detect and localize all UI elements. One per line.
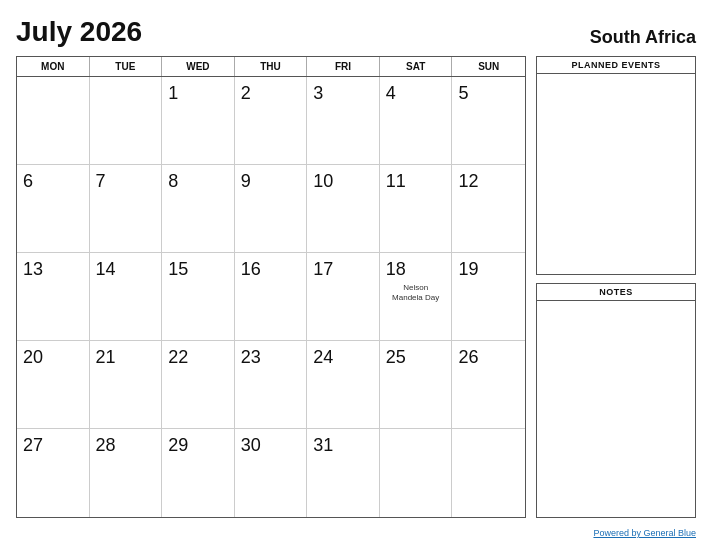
cal-cell — [380, 429, 453, 517]
cal-cell: 30 — [235, 429, 308, 517]
cal-cell: 7 — [90, 165, 163, 253]
day-number: 8 — [168, 171, 178, 193]
day-number: 25 — [386, 347, 406, 369]
cal-cell: 2 — [235, 77, 308, 165]
day-number: 28 — [96, 435, 116, 457]
cal-cell — [90, 77, 163, 165]
day-number: 17 — [313, 259, 333, 281]
cal-cell: 26 — [452, 341, 525, 429]
day-number: 12 — [458, 171, 478, 193]
planned-events-box: PLANNED EVENTS — [536, 56, 696, 275]
notes-content — [537, 301, 695, 517]
cal-cell: 15 — [162, 253, 235, 341]
day-number: 10 — [313, 171, 333, 193]
day-header-sun: SUN — [452, 57, 525, 76]
planned-events-content — [537, 74, 695, 274]
day-number: 18 — [386, 259, 406, 281]
cal-cell — [452, 429, 525, 517]
day-number: 30 — [241, 435, 261, 457]
cal-cell: 14 — [90, 253, 163, 341]
cal-cell: 27 — [17, 429, 90, 517]
day-number: 5 — [458, 83, 468, 105]
cal-cell: 5 — [452, 77, 525, 165]
cal-cell: 11 — [380, 165, 453, 253]
planned-events-title: PLANNED EVENTS — [537, 57, 695, 74]
day-number: 1 — [168, 83, 178, 105]
day-number: 20 — [23, 347, 43, 369]
calendar-grid-section: MONTUEWEDTHUFRISATSUN 123456789101112131… — [16, 56, 526, 518]
cal-cell: 9 — [235, 165, 308, 253]
cal-cell: 12 — [452, 165, 525, 253]
cal-cell: 28 — [90, 429, 163, 517]
cal-cell: 8 — [162, 165, 235, 253]
cal-cell: 4 — [380, 77, 453, 165]
cal-cell: 29 — [162, 429, 235, 517]
country-title: South Africa — [590, 27, 696, 48]
day-number: 9 — [241, 171, 251, 193]
day-number: 21 — [96, 347, 116, 369]
cal-cell: 23 — [235, 341, 308, 429]
day-headers-row: MONTUEWEDTHUFRISATSUN — [17, 57, 525, 77]
calendar-grid: 123456789101112131415161718Nelson Mandel… — [17, 77, 525, 517]
day-number: 13 — [23, 259, 43, 281]
cal-cell: 10 — [307, 165, 380, 253]
day-number: 14 — [96, 259, 116, 281]
cal-cell: 6 — [17, 165, 90, 253]
footer: Powered by General Blue — [16, 522, 696, 540]
notes-title: NOTES — [537, 284, 695, 301]
day-number: 2 — [241, 83, 251, 105]
day-number: 4 — [386, 83, 396, 105]
day-header-mon: MON — [17, 57, 90, 76]
cal-cell: 20 — [17, 341, 90, 429]
powered-by-link[interactable]: Powered by General Blue — [593, 528, 696, 538]
day-number: 23 — [241, 347, 261, 369]
cal-cell: 17 — [307, 253, 380, 341]
day-number: 26 — [458, 347, 478, 369]
cal-cell: 22 — [162, 341, 235, 429]
cal-cell: 31 — [307, 429, 380, 517]
day-number: 11 — [386, 171, 406, 193]
day-number: 27 — [23, 435, 43, 457]
day-number: 16 — [241, 259, 261, 281]
cal-cell: 21 — [90, 341, 163, 429]
day-number: 6 — [23, 171, 33, 193]
month-year-title: July 2026 — [16, 16, 142, 48]
day-header-fri: FRI — [307, 57, 380, 76]
notes-box: NOTES — [536, 283, 696, 518]
day-number: 19 — [458, 259, 478, 281]
day-header-sat: SAT — [380, 57, 453, 76]
day-number: 15 — [168, 259, 188, 281]
day-header-thu: THU — [235, 57, 308, 76]
day-number: 22 — [168, 347, 188, 369]
event-label: Nelson Mandela Day — [386, 283, 446, 304]
cal-cell: 19 — [452, 253, 525, 341]
cal-cell — [17, 77, 90, 165]
cal-cell: 16 — [235, 253, 308, 341]
calendar-header: July 2026 South Africa — [16, 16, 696, 48]
main-area: MONTUEWEDTHUFRISATSUN 123456789101112131… — [16, 56, 696, 518]
day-number: 24 — [313, 347, 333, 369]
cal-cell: 13 — [17, 253, 90, 341]
cal-cell: 24 — [307, 341, 380, 429]
day-number: 29 — [168, 435, 188, 457]
day-number: 31 — [313, 435, 333, 457]
day-header-tue: TUE — [90, 57, 163, 76]
cal-cell: 3 — [307, 77, 380, 165]
day-number: 7 — [96, 171, 106, 193]
day-number: 3 — [313, 83, 323, 105]
cal-cell: 25 — [380, 341, 453, 429]
right-sidebar: PLANNED EVENTS NOTES — [536, 56, 696, 518]
cal-cell: 1 — [162, 77, 235, 165]
calendar-page: July 2026 South Africa MONTUEWEDTHUFRISA… — [0, 0, 712, 550]
cal-cell: 18Nelson Mandela Day — [380, 253, 453, 341]
day-header-wed: WED — [162, 57, 235, 76]
